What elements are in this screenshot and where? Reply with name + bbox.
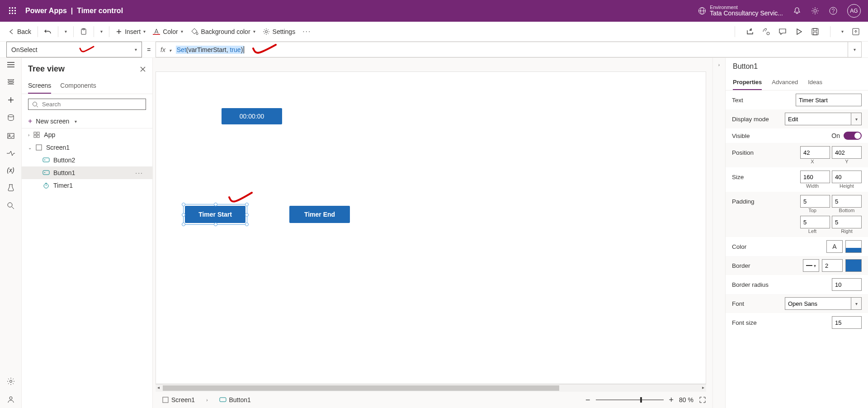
prop-font-label: Font [732, 300, 785, 307]
tree-node-timer1[interactable]: Timer1 [22, 179, 152, 192]
tree-node-screen1[interactable]: ⌄ Screen1 [22, 141, 152, 154]
tree-node-app[interactable]: › App [22, 128, 152, 141]
bgcolor-button[interactable]: Background color ▾ [187, 25, 259, 38]
flow-icon[interactable] [6, 150, 16, 157]
breadcrumb-control[interactable]: Button1 [216, 395, 254, 405]
prop-text-input[interactable] [796, 94, 862, 106]
prop-fontcolor[interactable]: A [826, 240, 843, 253]
prop-control-name: Button1 [726, 58, 868, 75]
button-icon [42, 157, 50, 164]
timer-control[interactable]: 00:00:00 [222, 108, 282, 124]
new-screen-button[interactable]: + New screen ▾ [22, 114, 152, 128]
ask-icon[interactable] [7, 395, 15, 403]
prop-bradius-input[interactable] [832, 278, 862, 291]
svg-rect-22 [813, 32, 817, 35]
checker-icon[interactable] [762, 28, 770, 36]
prop-fontsize-input[interactable] [832, 316, 862, 329]
prop-border-width[interactable] [822, 259, 843, 272]
comment-icon[interactable] [778, 28, 787, 36]
prop-pad-right[interactable] [832, 216, 862, 228]
back-button[interactable]: Back [5, 25, 35, 38]
formula-bar[interactable]: fx ▾ Set(varTimerStart, true) [156, 42, 848, 57]
paste-button[interactable] [76, 25, 91, 38]
timer-icon [42, 182, 50, 189]
button-icon [42, 169, 50, 176]
prop-pad-top[interactable] [800, 195, 830, 208]
prop-scroll-indicator[interactable]: › [712, 58, 725, 408]
environment-picker[interactable]: Environment Tata Consultancy Servic... [698, 5, 783, 17]
prop-dispmode-input[interactable] [785, 113, 851, 125]
prop-visible-toggle[interactable] [844, 132, 862, 140]
zoom-slider[interactable] [596, 399, 664, 400]
tab-components[interactable]: Components [60, 78, 96, 94]
save-icon[interactable] [811, 28, 819, 36]
tab-screens[interactable]: Screens [28, 78, 51, 94]
tab-advanced[interactable]: Advanced [772, 75, 798, 90]
prop-fillcolor[interactable] [845, 240, 862, 253]
zoom-out[interactable]: − [585, 395, 590, 405]
svg-rect-21 [813, 28, 817, 31]
prop-pad-left[interactable] [800, 216, 830, 228]
paste-split[interactable]: ▾ [97, 26, 106, 37]
tree-node-button2[interactable]: Button2 [22, 154, 152, 166]
tree-node-button1[interactable]: Button1 ··· [22, 166, 152, 179]
screen-icon [35, 144, 42, 151]
prop-pos-x[interactable] [800, 146, 830, 159]
settings-rail-icon[interactable] [7, 377, 15, 385]
gear-icon[interactable] [811, 7, 819, 15]
property-dropdown[interactable]: OnSelect ▾ [6, 42, 142, 57]
play-icon[interactable] [795, 28, 803, 36]
canvas-scrollbar[interactable]: ◂ ▸ [156, 384, 706, 392]
prop-bradius-label: Border radius [732, 281, 832, 288]
help-icon[interactable] [829, 7, 837, 15]
publish-icon[interactable] [852, 28, 860, 36]
search-field[interactable] [42, 101, 142, 108]
search-input[interactable] [28, 99, 146, 110]
plus-icon [116, 28, 122, 35]
color-button[interactable]: Color ▾ [149, 25, 186, 38]
share-icon[interactable] [746, 28, 754, 36]
design-canvas[interactable]: 00:00:00 Timer Start Timer End [156, 71, 706, 384]
svg-point-28 [9, 380, 12, 383]
fit-icon[interactable] [699, 396, 706, 403]
hamburger-icon[interactable] [7, 62, 15, 68]
undo-split[interactable]: ▾ [61, 26, 71, 37]
globe-icon [698, 7, 706, 15]
svg-rect-38 [43, 171, 49, 175]
breadcrumb-screen[interactable]: Screen1 [159, 395, 198, 405]
tab-ideas[interactable]: Ideas [808, 75, 822, 90]
prop-font-chev[interactable]: ▾ [851, 297, 862, 310]
test-icon[interactable] [7, 184, 15, 192]
insert-button[interactable]: Insert ▾ [112, 25, 149, 38]
more-button[interactable]: ··· [299, 25, 315, 38]
bell-icon[interactable] [793, 7, 801, 15]
prop-size-w[interactable] [800, 171, 830, 183]
close-icon[interactable] [140, 66, 146, 72]
svg-rect-35 [36, 145, 42, 150]
media-icon[interactable] [7, 132, 15, 140]
prop-pos-y[interactable] [832, 146, 862, 159]
waffle-icon[interactable] [4, 7, 22, 14]
data-icon[interactable] [7, 114, 15, 122]
save-split[interactable]: ▾ [841, 29, 844, 34]
node-more-icon[interactable]: ··· [135, 169, 143, 176]
svg-rect-1 [12, 7, 13, 9]
zoom-in[interactable]: + [669, 395, 674, 405]
prop-pad-bottom[interactable] [832, 195, 862, 208]
formula-expand[interactable]: ▾ [848, 42, 862, 57]
avatar[interactable]: AG [847, 4, 861, 18]
equals: = [142, 42, 156, 57]
prop-font-input[interactable] [785, 297, 851, 310]
var-icon[interactable]: (x) [7, 166, 14, 174]
insert-rail-icon[interactable] [7, 96, 15, 104]
tab-properties[interactable]: Properties [733, 75, 762, 90]
prop-border-color[interactable] [845, 259, 862, 272]
undo-button[interactable] [41, 25, 55, 38]
settings-button[interactable]: Settings [259, 25, 299, 38]
prop-size-h[interactable] [832, 171, 862, 183]
tree-icon[interactable] [7, 78, 15, 86]
button-timer-end[interactable]: Timer End [289, 206, 350, 223]
search-rail-icon[interactable] [7, 202, 15, 210]
prop-dispmode-chev[interactable]: ▾ [851, 113, 862, 125]
prop-border-style[interactable]: ▾ [803, 259, 819, 272]
